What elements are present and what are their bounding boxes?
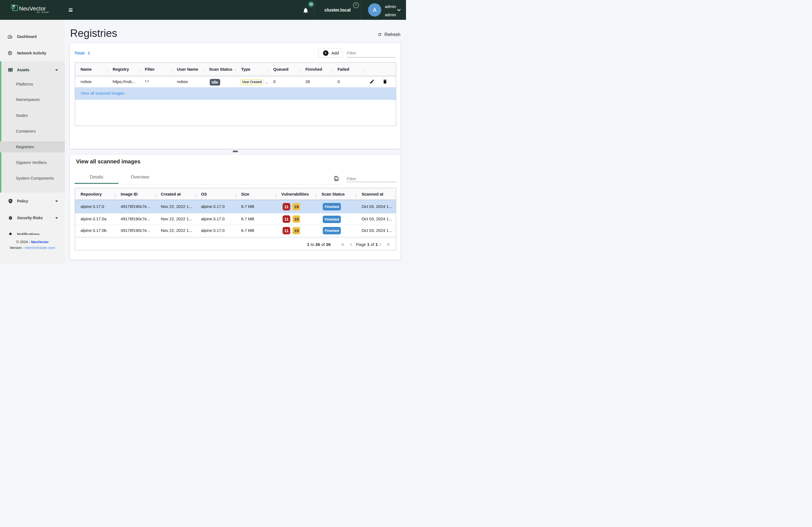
svg-text:csv: csv — [335, 178, 339, 181]
